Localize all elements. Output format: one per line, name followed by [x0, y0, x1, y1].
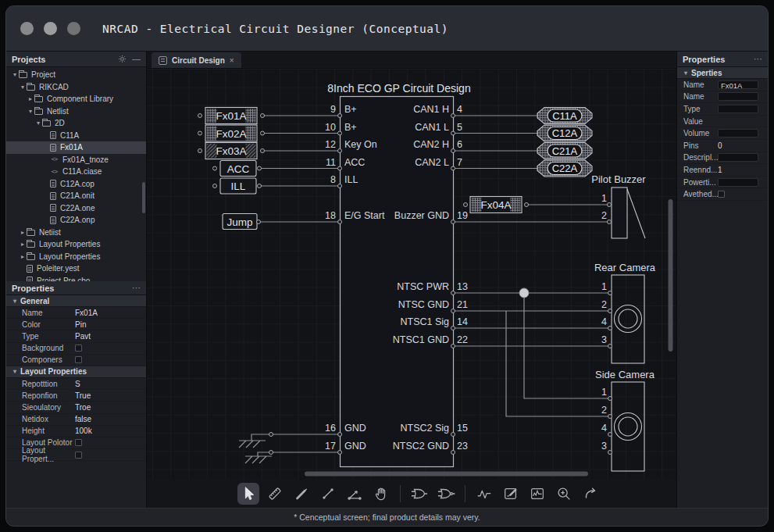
tree-item-netiist[interactable]: ▸Netiist — [6, 227, 146, 239]
property-row-componers[interactable]: Componers — [6, 355, 146, 366]
fuse-fx01a[interactable]: Fx01A — [205, 108, 257, 124]
property-row-powerti-[interactable]: Powerti... — [677, 177, 768, 189]
property-row-type[interactable]: Type — [677, 103, 768, 116]
dimension-tool-button[interactable] — [344, 483, 366, 505]
window-control-icon[interactable] — [67, 22, 80, 35]
checkbox[interactable] — [75, 356, 82, 363]
property-row-name[interactable]: NameFx01A — [6, 307, 146, 319]
ellipsis-icon[interactable]: ⋯ — [132, 284, 141, 292]
property-row-avethed-[interactable]: Avethed... — [677, 188, 768, 201]
connector-c22a[interactable]: C22A — [537, 160, 592, 177]
tree-item-project[interactable]: ▾Project — [6, 69, 146, 81]
checkbox[interactable] — [75, 452, 82, 459]
property-row-pins[interactable]: Pins0 — [677, 140, 768, 152]
tree-item-c11a-ciase[interactable]: <>C11A.ciase — [6, 166, 146, 178]
property-row-reponfion[interactable]: ReponfionTrue — [6, 390, 146, 402]
property-row-value[interactable]: Value — [677, 116, 768, 128]
gate-tool-button[interactable] — [408, 483, 430, 505]
measure-tool-button[interactable] — [264, 483, 286, 505]
property-row-layout-propert-[interactable]: Layout Propert... — [6, 449, 146, 461]
tree-item-fx01a-tnoze[interactable]: <>Fx01A_tnoze — [6, 154, 146, 166]
chevron-right-icon[interactable]: ▸ — [19, 229, 27, 236]
chevron-right-icon[interactable]: ▸ — [19, 253, 27, 260]
property-input[interactable]: Fx01A — [718, 80, 758, 89]
fuse-fx02a[interactable]: Fx02A — [205, 125, 257, 141]
property-input[interactable] — [718, 92, 758, 101]
property-input[interactable] — [718, 178, 758, 187]
chevron-right-icon[interactable]: ▸ — [19, 241, 27, 248]
tree-item-c22a-onp[interactable]: C22A.onp — [6, 214, 146, 227]
tree-item-fx01a[interactable]: Fx01A — [6, 141, 146, 154]
drawing-toolbar — [147, 479, 676, 508]
tree-item-c12a-cop[interactable]: C12A.cop — [6, 178, 146, 191]
component-ill[interactable]: ILL — [220, 178, 256, 194]
draw-tool-button[interactable] — [291, 483, 312, 505]
waveform-tool-button[interactable] — [473, 483, 495, 505]
tree-item-rikcad[interactable]: ▾RIKCAD — [6, 81, 146, 94]
checkbox[interactable] — [75, 439, 82, 446]
tree-item-layout-properties[interactable]: ▸Layout Properties — [6, 238, 146, 251]
property-row-sieoulatory[interactable]: SieoulatoryTroe — [6, 402, 146, 413]
section-general[interactable]: ▾General — [6, 295, 146, 307]
tree-item-2d[interactable]: ▾2D — [6, 117, 146, 130]
minus-icon[interactable]: — — [132, 55, 141, 63]
canvas-vertical-scrollbar[interactable] — [669, 199, 673, 352]
component-acc[interactable]: ACC — [220, 161, 256, 177]
ellipsis-icon[interactable]: ⋯ — [754, 55, 762, 63]
tree-item-project-pre-cbo[interactable]: Project Pre.cbo — [6, 275, 146, 282]
property-row-name[interactable]: NameFx01A — [677, 79, 768, 91]
select-tool-button[interactable] — [237, 483, 259, 505]
gear-icon[interactable] — [118, 55, 127, 63]
property-row-name[interactable]: Name — [677, 91, 768, 104]
chevron-right-icon[interactable]: ▸ — [27, 95, 34, 102]
canvas-horizontal-scrollbar[interactable] — [305, 472, 588, 477]
section-layout-properties[interactable]: ▾Layout Properties — [6, 366, 146, 378]
annotate-tool-button[interactable] — [500, 483, 522, 505]
component-jump[interactable]: Jump — [223, 214, 257, 230]
property-row-height[interactable]: Height100k — [6, 426, 146, 437]
chevron-down-icon[interactable]: ▾ — [19, 84, 27, 91]
chevron-down-icon[interactable]: ▾ — [11, 71, 19, 78]
property-key: Componers — [6, 355, 75, 364]
fuse-fx04a[interactable]: Fx04A — [470, 197, 522, 213]
checkbox[interactable] — [75, 345, 82, 352]
pan-tool-button[interactable] — [370, 483, 392, 505]
property-row-descripl-[interactable]: Descripl... — [677, 152, 768, 165]
connector-c11a[interactable]: C11A — [537, 108, 592, 124]
tree-item-c11a[interactable]: C11A — [6, 130, 146, 142]
window-control-icon[interactable] — [20, 22, 34, 35]
property-input[interactable] — [718, 153, 758, 162]
connector-c12a[interactable]: C12A — [537, 125, 592, 141]
connector-c21a[interactable]: C21A — [537, 143, 592, 159]
inverted-gate-tool-button[interactable] — [435, 483, 457, 505]
property-input[interactable] — [718, 129, 758, 137]
property-input[interactable] — [718, 105, 758, 113]
redo-tool-button[interactable] — [580, 483, 601, 505]
property-row-netidox[interactable]: Netidoxfalse — [6, 414, 146, 426]
zoom-in-tool-button[interactable] — [553, 483, 575, 505]
property-row-reennd-[interactable]: Reennd...1 — [677, 164, 768, 177]
section-sperties[interactable]: ▾ Sperties — [677, 67, 768, 79]
property-row-type[interactable]: TypePavt — [6, 330, 146, 342]
tree-item-c22a-one[interactable]: C22A.one — [6, 202, 146, 215]
property-row-repotttion[interactable]: RepotttionS — [6, 378, 146, 390]
tab-circuit-design[interactable]: Circuit Design × — [152, 52, 241, 68]
chevron-down-icon[interactable]: ▾ — [27, 108, 34, 115]
property-row-color[interactable]: ColorPin — [6, 319, 146, 330]
tree-item-c21a-onit[interactable]: C21A.onit — [6, 190, 146, 202]
fuse-fx03a[interactable]: Fx03A — [205, 143, 257, 159]
property-row-background[interactable]: Background — [6, 343, 146, 355]
checkbox[interactable] — [718, 191, 725, 198]
line-tool-button[interactable] — [317, 483, 339, 505]
tab-close-icon[interactable]: × — [230, 56, 234, 65]
window-control-icon[interactable] — [44, 22, 57, 35]
schematic-canvas[interactable]: Fx01A Fx02A Fx03A Fx — [147, 69, 676, 479]
tree-item-component-library[interactable]: ▸Component Library — [6, 93, 146, 105]
tree-scrollbar[interactable] — [142, 182, 145, 213]
property-row-volume[interactable]: Volume — [677, 127, 768, 140]
tree-item-poleiter-yest[interactable]: Poleiter.yest — [6, 262, 146, 275]
tree-item-layout-properties[interactable]: ▸Layout Properties — [6, 251, 146, 263]
scope-tool-button[interactable] — [526, 483, 548, 505]
tree-item-netlist[interactable]: ▾Netlist — [6, 105, 146, 118]
chevron-down-icon[interactable]: ▾ — [34, 120, 42, 127]
